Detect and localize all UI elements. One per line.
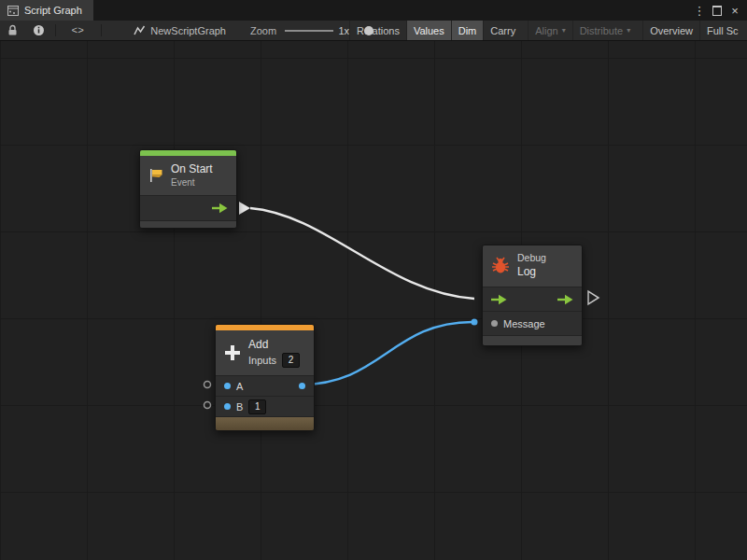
tab-title: Script Graph [24, 5, 82, 16]
zoom-slider-handle[interactable] [364, 26, 374, 35]
info-button[interactable] [29, 21, 49, 40]
full-screen-button[interactable]: Full Sc [699, 21, 747, 40]
script-graph-window: Script Graph ⋮ × <> [0, 0, 747, 560]
node-subtitle: Event [171, 176, 213, 189]
toolbar-separator [101, 24, 102, 36]
wire-add-to-message[interactable] [301, 322, 472, 385]
flow-output-port[interactable] [140, 195, 236, 220]
window-controls: ⋮ × [692, 0, 747, 21]
node-title: Log [517, 265, 546, 280]
flag-icon [148, 168, 164, 183]
close-button[interactable]: × [727, 0, 742, 21]
flow-arrow-icon [212, 203, 228, 214]
port-dot-icon[interactable] [491, 320, 498, 327]
values-button[interactable]: Values [406, 21, 451, 40]
toolbar-separator [55, 24, 56, 36]
distribute-dropdown[interactable]: Distribute▾ [572, 21, 637, 40]
align-dropdown[interactable]: Align▾ [528, 21, 571, 40]
info-icon [33, 24, 45, 36]
wire-layer [0, 41, 747, 560]
port-row-b: B 1 [216, 396, 314, 416]
toolbar-buttons: Relations Values Dim Carry Align▾ Distri… [349, 21, 747, 40]
node-title: On Start [171, 162, 213, 177]
dim-button[interactable]: Dim [451, 21, 484, 40]
script-graph-tab-icon [7, 6, 19, 16]
node-footer [140, 220, 236, 228]
graph-asset-icon [134, 25, 146, 36]
node-title: Add [248, 338, 300, 353]
graph-canvas[interactable]: On Start Event [0, 41, 747, 560]
flow-output-triangle-icon[interactable] [588, 291, 599, 304]
zoom-slider-track[interactable] [285, 30, 333, 32]
tab-script-graph[interactable]: Script Graph [0, 0, 93, 21]
node-add[interactable]: Add Inputs 2 A B 1 [215, 324, 315, 431]
zoom-slider[interactable] [285, 25, 333, 36]
carry-button[interactable]: Carry [483, 21, 522, 40]
node-surtitle: Debug [517, 252, 546, 265]
flow-input-arrow-icon[interactable] [491, 294, 507, 305]
graph-breadcrumb[interactable]: NewScriptGraph [130, 25, 230, 36]
node-header[interactable]: Debug Log [483, 245, 582, 287]
window-menu-button[interactable]: ⋮ [692, 0, 707, 21]
relations-button[interactable]: Relations [349, 21, 406, 40]
node-on-start[interactable]: On Start Event [139, 149, 237, 229]
inputs-count-field[interactable]: 2 [282, 353, 300, 368]
wire-end-dot-icon [472, 319, 478, 326]
chevron-down-icon: ▾ [562, 26, 566, 35]
port-a-label: A [236, 381, 243, 392]
code-view-button[interactable]: <> [68, 21, 88, 40]
graph-name-label: NewScriptGraph [150, 25, 226, 36]
node-header[interactable]: On Start Event [140, 156, 236, 195]
port-label: Message [503, 318, 545, 329]
plus-icon [223, 343, 242, 362]
zoom-value: 1x [338, 25, 349, 36]
zoom-label: Zoom [250, 25, 276, 36]
node-debug-log[interactable]: Debug Log Message [482, 245, 583, 346]
flow-output-arrow-icon[interactable] [557, 294, 573, 305]
port-b-value-field[interactable]: 1 [248, 399, 266, 414]
lock-button[interactable] [4, 21, 21, 40]
wire-start-arrow-icon [239, 202, 250, 215]
chevron-down-icon: ▾ [627, 26, 630, 35]
overview-button[interactable]: Overview [642, 21, 699, 40]
port-b-label: B [236, 401, 243, 413]
port-row-a: A [216, 375, 314, 396]
title-bar: Script Graph ⋮ × [0, 0, 747, 21]
flow-ports-row [483, 287, 582, 311]
graph-toolbar: <> NewScriptGraph Zoom 1x Relations Valu… [0, 21, 747, 41]
maximize-icon [712, 6, 722, 16]
inputs-label: Inputs [248, 354, 276, 367]
maximize-button[interactable] [710, 0, 725, 21]
node-footer [483, 335, 582, 345]
message-input-port[interactable]: Message [483, 311, 582, 335]
bug-icon [490, 256, 511, 276]
port-a-input-dot[interactable] [224, 383, 231, 389]
node-header[interactable]: Add Inputs 2 [216, 330, 314, 375]
node-footer [216, 416, 314, 430]
port-b-input-dot[interactable] [224, 403, 231, 410]
port-b-outer-ring-icon[interactable] [204, 402, 211, 409]
sum-output-dot[interactable] [299, 383, 305, 389]
lock-icon [7, 24, 18, 36]
wire-onstart-to-log[interactable] [250, 208, 474, 299]
port-a-outer-ring-icon[interactable] [204, 382, 211, 388]
